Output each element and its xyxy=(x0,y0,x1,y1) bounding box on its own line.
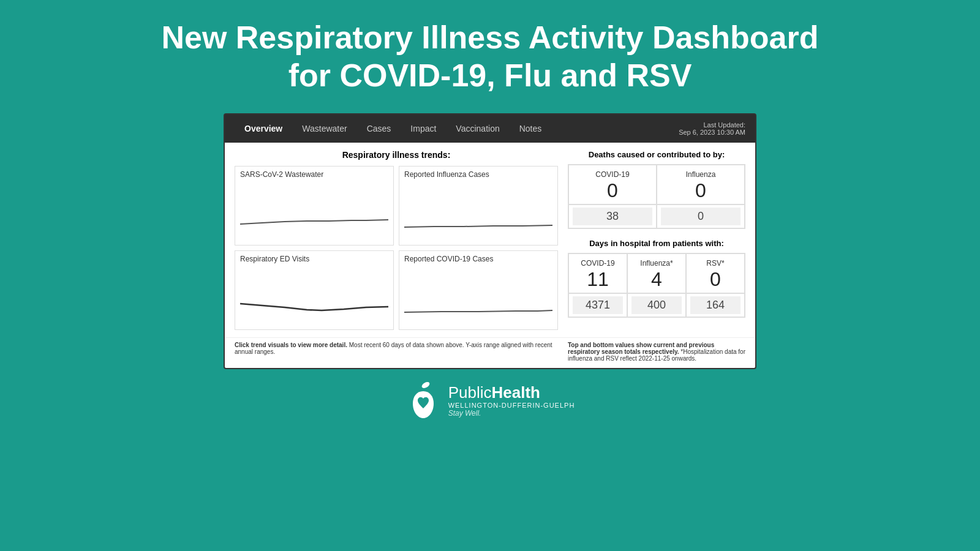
trend-wastewater-label: SARS-CoV-2 Wastewater xyxy=(240,170,388,179)
trend-ed-chart xyxy=(235,290,393,323)
trends-panel: Respiratory illness trends: SARS-CoV-2 W… xyxy=(235,150,558,330)
footer-right: Top and bottom values show current and p… xyxy=(568,342,745,362)
last-updated: Last Updated: Sep 6, 2023 10:30 AM xyxy=(679,121,745,136)
dashboard-body: Respiratory illness trends: SARS-CoV-2 W… xyxy=(225,143,755,337)
nav-overview[interactable]: Overview xyxy=(235,114,292,143)
logo-org: WELLINGTON-DUFFERIN-GUELPH xyxy=(448,402,575,409)
trend-covid-label: Reported COVID-19 Cases xyxy=(404,255,552,263)
dashboard-card: Overview Wastewater Cases Impact Vaccina… xyxy=(224,113,756,369)
trend-covid[interactable]: Reported COVID-19 Cases xyxy=(399,250,558,330)
trend-ed-label: Respiratory ED Visits xyxy=(240,255,388,263)
nav-notes[interactable]: Notes xyxy=(510,114,552,143)
footer-left: Click trend visuals to view more detail.… xyxy=(235,342,556,362)
deaths-influenza-header: Influenza 0 xyxy=(657,165,745,204)
deaths-title: Deaths caused or contributed to by: xyxy=(568,150,745,159)
stats-panel: Deaths caused or contributed to by: COVI… xyxy=(568,150,745,330)
logo-tagline: Stay Well. xyxy=(448,409,575,418)
page-header: New Respiratory Illness Activity Dashboa… xyxy=(149,0,831,107)
hosp-influenza-header: Influenza* 4 xyxy=(627,253,686,293)
nav-bar: Overview Wastewater Cases Impact Vaccina… xyxy=(225,114,755,143)
deaths-covid-prev: 38 xyxy=(568,204,657,228)
nav-vaccination[interactable]: Vaccination xyxy=(446,114,509,143)
trend-influenza-chart xyxy=(399,206,557,239)
nav-wastewater[interactable]: Wastewater xyxy=(292,114,356,143)
trends-grid: SARS-CoV-2 Wastewater Reported Influenza… xyxy=(235,166,558,330)
trend-ed-visits[interactable]: Respiratory ED Visits xyxy=(235,250,394,330)
svg-point-0 xyxy=(421,381,431,389)
hosp-covid-header: COVID-19 11 xyxy=(568,253,627,293)
trend-influenza-label: Reported Influenza Cases xyxy=(404,170,552,179)
hospital-title: Days in hospital from patients with: xyxy=(568,239,745,248)
deaths-covid-header: COVID-19 0 xyxy=(568,165,657,204)
logo-text: PublicHealth WELLINGTON-DUFFERIN-GUELPH … xyxy=(448,384,575,418)
deaths-grid: COVID-19 0 Influenza 0 38 0 xyxy=(568,164,745,229)
logo-icon xyxy=(405,380,441,422)
trend-covid-chart xyxy=(399,290,557,323)
hosp-rsv-header: RSV* 0 xyxy=(686,253,745,293)
hosp-influenza-prev: 400 xyxy=(627,293,686,317)
nav-impact[interactable]: Impact xyxy=(401,114,446,143)
header-line1: New Respiratory Illness Activity Dashboa… xyxy=(161,20,818,55)
hosp-covid-prev: 4371 xyxy=(568,293,627,317)
logo-area: PublicHealth WELLINGTON-DUFFERIN-GUELPH … xyxy=(405,380,575,422)
logo-brand: PublicHealth xyxy=(448,384,575,402)
trends-title: Respiratory illness trends: xyxy=(235,150,558,160)
hospital-grid: COVID-19 11 Influenza* 4 RSV* 0 4371 400 xyxy=(568,253,745,318)
trend-wastewater-chart xyxy=(235,206,393,239)
nav-cases[interactable]: Cases xyxy=(357,114,401,143)
dashboard-footer: Click trend visuals to view more detail.… xyxy=(225,337,755,368)
trend-wastewater[interactable]: SARS-CoV-2 Wastewater xyxy=(235,166,394,246)
header-line2: for COVID-19, Flu and RSV xyxy=(288,58,692,93)
hosp-rsv-prev: 164 xyxy=(686,293,745,317)
trend-influenza[interactable]: Reported Influenza Cases xyxy=(399,166,558,246)
deaths-influenza-prev: 0 xyxy=(657,204,745,228)
